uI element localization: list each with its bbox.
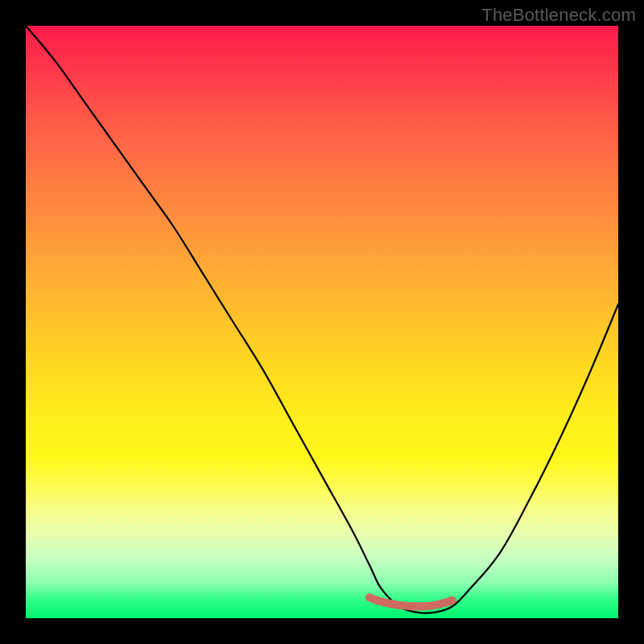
flat-bottom-highlight	[369, 597, 452, 606]
chart-frame: TheBottleneck.com	[0, 0, 644, 644]
plot-area	[26, 26, 618, 618]
v-curve-path	[26, 26, 618, 613]
watermark-text: TheBottleneck.com	[481, 5, 636, 26]
curve-svg	[26, 26, 618, 618]
